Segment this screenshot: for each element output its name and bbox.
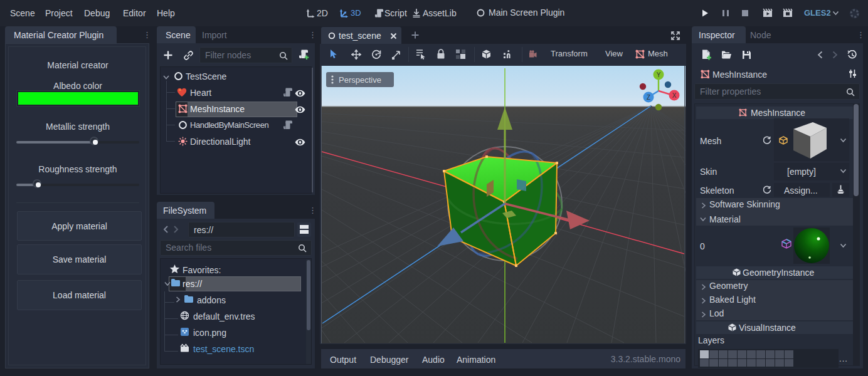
svg-text:X: X: [672, 92, 677, 99]
svg-text:Z: Z: [647, 94, 650, 101]
svg-text:Perspective: Perspective: [339, 75, 381, 85]
svg-text:Y: Y: [657, 71, 661, 78]
